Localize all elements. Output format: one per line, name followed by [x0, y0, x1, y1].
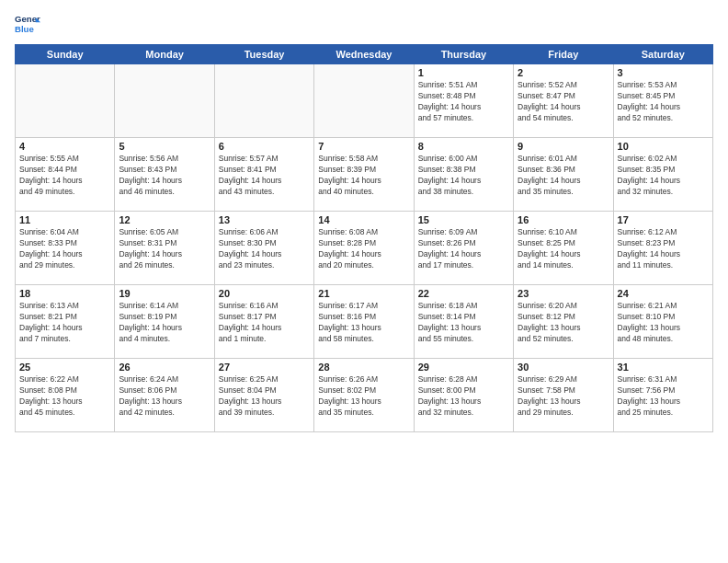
day-number: 1: [418, 67, 509, 78]
day-number: 10: [618, 141, 709, 152]
calendar-cell: 16Sunrise: 6:10 AM Sunset: 8:25 PM Dayli…: [514, 212, 613, 285]
calendar-week-3: 11Sunrise: 6:04 AM Sunset: 8:33 PM Dayli…: [16, 212, 713, 285]
header: General Blue: [15, 11, 713, 37]
svg-text:Blue: Blue: [15, 24, 34, 34]
day-info: Sunrise: 6:18 AM Sunset: 8:14 PM Dayligh…: [418, 301, 509, 345]
calendar-cell: 19Sunrise: 6:14 AM Sunset: 8:19 PM Dayli…: [115, 285, 214, 359]
day-info: Sunrise: 5:57 AM Sunset: 8:41 PM Dayligh…: [219, 154, 310, 198]
day-number: 26: [119, 362, 210, 373]
day-info: Sunrise: 5:58 AM Sunset: 8:39 PM Dayligh…: [318, 154, 409, 198]
day-number: 17: [618, 214, 709, 225]
day-info: Sunrise: 6:09 AM Sunset: 8:26 PM Dayligh…: [418, 227, 509, 271]
weekday-header-monday: Monday: [115, 45, 214, 64]
weekday-header-sunday: Sunday: [16, 45, 115, 64]
day-info: Sunrise: 6:04 AM Sunset: 8:33 PM Dayligh…: [19, 227, 110, 271]
day-info: Sunrise: 6:26 AM Sunset: 8:02 PM Dayligh…: [318, 374, 409, 419]
day-number: 19: [119, 288, 210, 299]
calendar-cell: 1Sunrise: 5:51 AM Sunset: 8:48 PM Daylig…: [414, 64, 513, 138]
day-info: Sunrise: 6:20 AM Sunset: 8:12 PM Dayligh…: [518, 301, 609, 345]
day-number: 13: [219, 214, 310, 225]
calendar-page: General Blue SundayMondayTuesdayWednesda…: [0, 0, 728, 563]
calendar-cell: 2Sunrise: 5:52 AM Sunset: 8:47 PM Daylig…: [514, 64, 613, 138]
calendar-cell: [115, 64, 214, 138]
calendar-cell: [16, 64, 115, 138]
day-number: 31: [618, 362, 709, 373]
calendar-cell: 26Sunrise: 6:24 AM Sunset: 8:06 PM Dayli…: [115, 359, 214, 432]
day-info: Sunrise: 5:51 AM Sunset: 8:48 PM Dayligh…: [418, 80, 509, 124]
day-number: 15: [418, 214, 509, 225]
calendar-cell: 31Sunrise: 6:31 AM Sunset: 7:56 PM Dayli…: [613, 359, 712, 432]
day-info: Sunrise: 6:14 AM Sunset: 8:19 PM Dayligh…: [119, 301, 210, 345]
day-info: Sunrise: 6:00 AM Sunset: 8:38 PM Dayligh…: [418, 154, 509, 198]
day-number: 2: [518, 67, 609, 78]
calendar-cell: 17Sunrise: 6:12 AM Sunset: 8:23 PM Dayli…: [613, 212, 712, 285]
calendar-week-5: 25Sunrise: 6:22 AM Sunset: 8:08 PM Dayli…: [16, 359, 713, 432]
calendar-cell: 21Sunrise: 6:17 AM Sunset: 8:16 PM Dayli…: [314, 285, 414, 359]
day-number: 8: [418, 141, 509, 152]
day-number: 21: [318, 288, 409, 299]
calendar-cell: 15Sunrise: 6:09 AM Sunset: 8:26 PM Dayli…: [414, 212, 513, 285]
calendar-cell: 18Sunrise: 6:13 AM Sunset: 8:21 PM Dayli…: [16, 285, 115, 359]
generalblue-logo-icon: General Blue: [15, 11, 40, 37]
calendar-table: SundayMondayTuesdayWednesdayThursdayFrid…: [15, 44, 713, 432]
weekday-header-tuesday: Tuesday: [214, 45, 313, 64]
calendar-cell: 4Sunrise: 5:55 AM Sunset: 8:44 PM Daylig…: [16, 138, 115, 212]
day-info: Sunrise: 6:10 AM Sunset: 8:25 PM Dayligh…: [518, 227, 609, 271]
day-info: Sunrise: 5:55 AM Sunset: 8:44 PM Dayligh…: [19, 154, 110, 198]
day-number: 7: [318, 141, 409, 152]
day-number: 14: [318, 214, 409, 225]
calendar-cell: [314, 64, 414, 138]
weekday-header-thursday: Thursday: [414, 45, 513, 64]
calendar-cell: 6Sunrise: 5:57 AM Sunset: 8:41 PM Daylig…: [214, 138, 313, 212]
calendar-cell: 8Sunrise: 6:00 AM Sunset: 8:38 PM Daylig…: [414, 138, 513, 212]
day-number: 4: [19, 141, 110, 152]
weekday-header-wednesday: Wednesday: [314, 45, 414, 64]
day-info: Sunrise: 6:17 AM Sunset: 8:16 PM Dayligh…: [318, 301, 409, 345]
day-info: Sunrise: 5:52 AM Sunset: 8:47 PM Dayligh…: [518, 80, 609, 124]
day-number: 29: [418, 362, 509, 373]
calendar-cell: 10Sunrise: 6:02 AM Sunset: 8:35 PM Dayli…: [613, 138, 712, 212]
calendar-cell: 20Sunrise: 6:16 AM Sunset: 8:17 PM Dayli…: [214, 285, 313, 359]
calendar-cell: 3Sunrise: 5:53 AM Sunset: 8:45 PM Daylig…: [613, 64, 712, 138]
day-info: Sunrise: 6:16 AM Sunset: 8:17 PM Dayligh…: [219, 301, 310, 345]
calendar-week-2: 4Sunrise: 5:55 AM Sunset: 8:44 PM Daylig…: [16, 138, 713, 212]
day-info: Sunrise: 5:56 AM Sunset: 8:43 PM Dayligh…: [119, 154, 210, 198]
day-info: Sunrise: 6:21 AM Sunset: 8:10 PM Dayligh…: [618, 301, 709, 345]
calendar-cell: [214, 64, 313, 138]
weekday-header-friday: Friday: [514, 45, 613, 64]
calendar-cell: 29Sunrise: 6:28 AM Sunset: 8:00 PM Dayli…: [414, 359, 513, 432]
day-number: 11: [19, 214, 110, 225]
calendar-cell: 22Sunrise: 6:18 AM Sunset: 8:14 PM Dayli…: [414, 285, 513, 359]
day-number: 3: [618, 67, 709, 78]
day-info: Sunrise: 6:24 AM Sunset: 8:06 PM Dayligh…: [119, 374, 210, 419]
calendar-week-1: 1Sunrise: 5:51 AM Sunset: 8:48 PM Daylig…: [16, 64, 713, 138]
day-info: Sunrise: 6:05 AM Sunset: 8:31 PM Dayligh…: [119, 227, 210, 271]
calendar-cell: 24Sunrise: 6:21 AM Sunset: 8:10 PM Dayli…: [613, 285, 712, 359]
day-info: Sunrise: 6:01 AM Sunset: 8:36 PM Dayligh…: [518, 154, 609, 198]
calendar-cell: 25Sunrise: 6:22 AM Sunset: 8:08 PM Dayli…: [16, 359, 115, 432]
day-number: 9: [518, 141, 609, 152]
calendar-cell: 12Sunrise: 6:05 AM Sunset: 8:31 PM Dayli…: [115, 212, 214, 285]
calendar-cell: 9Sunrise: 6:01 AM Sunset: 8:36 PM Daylig…: [514, 138, 613, 212]
day-info: Sunrise: 6:22 AM Sunset: 8:08 PM Dayligh…: [19, 374, 110, 419]
calendar-cell: 30Sunrise: 6:29 AM Sunset: 7:58 PM Dayli…: [514, 359, 613, 432]
calendar-cell: 28Sunrise: 6:26 AM Sunset: 8:02 PM Dayli…: [314, 359, 414, 432]
weekday-header-row: SundayMondayTuesdayWednesdayThursdayFrid…: [16, 45, 713, 64]
day-number: 6: [219, 141, 310, 152]
day-number: 16: [518, 214, 609, 225]
weekday-header-saturday: Saturday: [613, 45, 712, 64]
calendar-cell: 27Sunrise: 6:25 AM Sunset: 8:04 PM Dayli…: [214, 359, 313, 432]
day-number: 22: [418, 288, 509, 299]
day-info: Sunrise: 6:13 AM Sunset: 8:21 PM Dayligh…: [19, 301, 110, 345]
day-number: 18: [19, 288, 110, 299]
calendar-cell: 11Sunrise: 6:04 AM Sunset: 8:33 PM Dayli…: [16, 212, 115, 285]
day-number: 20: [219, 288, 310, 299]
day-number: 27: [219, 362, 310, 373]
day-number: 12: [119, 214, 210, 225]
day-info: Sunrise: 6:29 AM Sunset: 7:58 PM Dayligh…: [518, 374, 609, 419]
day-info: Sunrise: 6:06 AM Sunset: 8:30 PM Dayligh…: [219, 227, 310, 271]
day-info: Sunrise: 6:31 AM Sunset: 7:56 PM Dayligh…: [618, 374, 709, 419]
day-number: 30: [518, 362, 609, 373]
calendar-cell: 7Sunrise: 5:58 AM Sunset: 8:39 PM Daylig…: [314, 138, 414, 212]
day-number: 24: [618, 288, 709, 299]
